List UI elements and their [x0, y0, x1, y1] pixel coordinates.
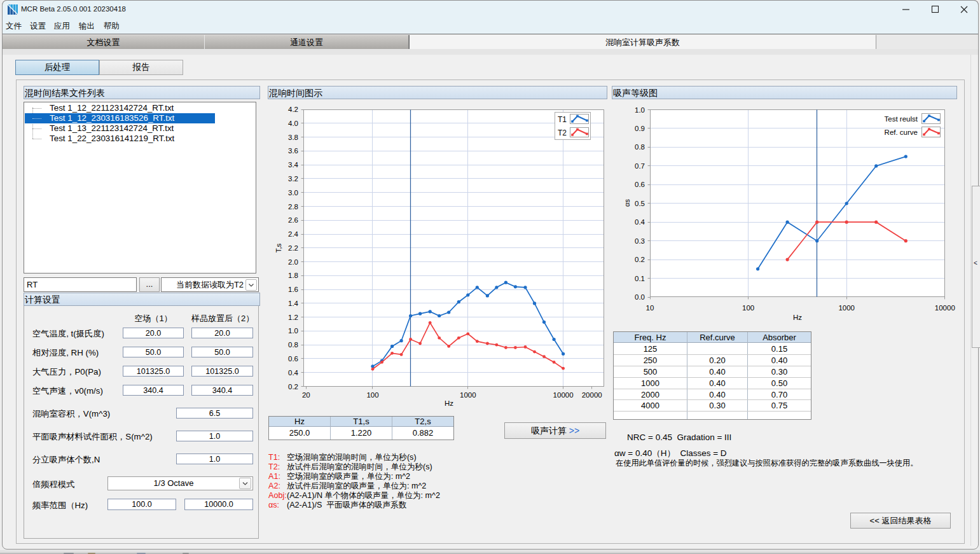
svg-text:1.8: 1.8: [288, 272, 298, 279]
svg-text:0.9: 0.9: [635, 125, 645, 132]
svg-text:0.6: 0.6: [635, 181, 645, 188]
svg-text:0.4: 0.4: [288, 369, 299, 377]
svg-text:4.0: 4.0: [288, 120, 298, 127]
svg-text:2.4: 2.4: [288, 230, 299, 238]
svg-text:1.0: 1.0: [288, 327, 298, 335]
svg-text:2.6: 2.6: [288, 216, 298, 224]
svg-text:3.0: 3.0: [288, 189, 298, 197]
svg-text:10: 10: [646, 304, 654, 312]
svg-text:1.2: 1.2: [288, 314, 298, 321]
svg-text:2.8: 2.8: [288, 203, 298, 211]
svg-text:20000: 20000: [582, 391, 602, 399]
svg-text:10000: 10000: [553, 391, 574, 399]
svg-text:0.0: 0.0: [635, 293, 645, 301]
svg-text:2.0: 2.0: [288, 258, 298, 266]
svg-text:100: 100: [366, 391, 378, 399]
svg-text:1.4: 1.4: [288, 300, 299, 307]
svg-text:0.2: 0.2: [288, 383, 298, 391]
svg-text:Hz: Hz: [445, 399, 453, 407]
svg-text:3.8: 3.8: [288, 134, 298, 141]
svg-text:0.8: 0.8: [288, 341, 298, 349]
svg-text:Test reulst: Test reulst: [885, 115, 918, 123]
svg-text:Ref. curve: Ref. curve: [885, 128, 918, 136]
svg-text:2.2: 2.2: [288, 244, 298, 252]
svg-text:T,s: T,s: [275, 243, 282, 253]
svg-text:0.1: 0.1: [635, 275, 645, 282]
svg-text:20: 20: [302, 391, 310, 399]
svg-text:3.2: 3.2: [288, 175, 298, 183]
svg-text:10000: 10000: [935, 304, 955, 312]
svg-text:T1: T1: [558, 115, 567, 124]
svg-text:0.6: 0.6: [288, 355, 298, 363]
svg-text:T2: T2: [558, 128, 567, 137]
svg-text:0.2: 0.2: [635, 256, 645, 263]
svg-text:0.5: 0.5: [635, 200, 645, 207]
svg-text:1000: 1000: [460, 391, 476, 399]
svg-text:1.0: 1.0: [635, 106, 645, 114]
svg-text:1.6: 1.6: [288, 286, 298, 293]
svg-text:1000: 1000: [838, 304, 855, 312]
svg-text:0.7: 0.7: [635, 162, 645, 170]
svg-text:100: 100: [742, 304, 754, 312]
svg-text:0.4: 0.4: [635, 218, 645, 226]
svg-text:Hz: Hz: [793, 314, 802, 321]
svg-text:0.3: 0.3: [635, 237, 645, 245]
svg-text:0.8: 0.8: [635, 143, 645, 151]
svg-text:αs: αs: [623, 199, 631, 207]
svg-text:3.4: 3.4: [288, 161, 299, 169]
svg-text:3.6: 3.6: [288, 147, 298, 155]
svg-text:4.2: 4.2: [288, 106, 298, 113]
